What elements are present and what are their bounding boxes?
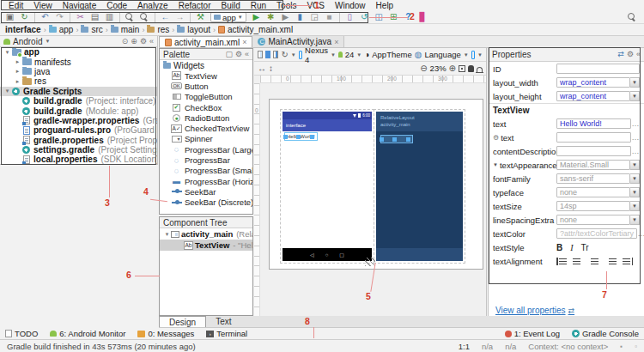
text-align-l-button[interactable] [573,258,584,265]
dropdown-button[interactable]: ▼ [630,77,640,88]
pan-icon[interactable] [468,65,474,72]
menu-analyze[interactable]: Analyze [132,1,173,11]
palette-item-ProgressBar-Large-[interactable]: ◌ProgressBar (Large) [160,144,252,155]
avd-manager-icon[interactable]: ▯ [343,12,356,23]
menu-navigate[interactable]: Navigate [58,1,101,11]
project-view-selector[interactable]: Android [13,37,42,46]
palette-item-SeekBar-Discrete-[interactable]: SeekBar (Discrete) [160,197,252,208]
menu-help[interactable]: Help [371,1,399,11]
resize-width-icon[interactable]: ↔ [258,64,266,73]
menu-tools[interactable]: Tools [271,1,301,11]
palette-item-Spinner[interactable]: ▾Spinner [160,134,252,144]
toolwindow-messages[interactable]: 0: Messages [137,329,194,338]
gear-icon[interactable]: ⚙ [627,51,634,58]
property-field-text[interactable]: Hello World! [556,118,631,129]
more-button[interactable]: … [631,119,640,128]
expander-icon[interactable]: ▼ [493,162,498,167]
menu-code[interactable]: Code [101,1,132,11]
dropdown-button[interactable]: ▼ [630,91,640,101]
forward-icon[interactable]: → [173,12,186,23]
breadcrumb-item-activity_main-xml[interactable]: activity_main.xml [218,25,293,34]
editor-tab-activity_main-xml[interactable]: activity_main.xml× [159,36,252,47]
resize-handle[interactable] [365,258,375,266]
hide-panel-icon[interactable]: « [245,51,249,58]
text-style-i-button[interactable]: I [570,243,573,252]
tree-row-local-properties[interactable]: local.properties(SDK Location) [0,155,157,164]
property-field-textColor[interactable]: ?attr/textColorTertiary [556,228,637,239]
text-align-c-button[interactable] [589,258,600,265]
menu-edit[interactable]: Edit [3,1,28,11]
tree-row-settings-gradle[interactable]: settings.gradle(Project Settings) [0,145,157,155]
menu-view[interactable]: View [28,1,58,11]
menu-build[interactable]: Build [216,1,245,11]
property-field-contentDescription[interactable] [556,146,631,156]
palette-item-CheckBox[interactable]: ✔CheckBox [160,102,252,112]
tab-design[interactable]: Design [159,316,206,327]
blueprint-preview[interactable]: RelativeLayout activity_main [376,112,463,261]
tree-row-proguard-rules-pro[interactable]: proguard-rules.pro(ProGuard Rules for ap… [0,125,157,135]
menu-run[interactable]: Run [246,1,271,11]
palette-item-ProgressBar[interactable]: ◌ProgressBar [160,155,252,165]
caret-position[interactable]: 1:1 [459,342,470,351]
component-tree-row-activity_main[interactable]: ▾activity_main(RelativeLa [160,228,252,240]
toolwindow-eventlog[interactable]: 1: Event Log [505,329,560,338]
more-button[interactable]: … [631,133,640,142]
toolwindow-todo[interactable]: TODO [5,329,38,338]
target-device-icon[interactable] [471,51,475,59]
breadcrumb-item-src[interactable]: src [81,25,102,34]
locate-icon[interactable]: ⊕ [131,38,137,46]
blueprint-textview[interactable] [380,135,413,143]
menu-vcs[interactable]: VCS [301,1,330,11]
text-align-r-button[interactable] [605,258,617,265]
property-field-textAppearance[interactable]: Material.Small [556,160,630,170]
dropdown-button[interactable]: ▼ [630,187,640,197]
palette-item-ProgressBar-Horizontal-[interactable]: ▬ProgressBar (Horizontal) [160,176,252,186]
attach-debugger-icon[interactable]: ◲ [308,12,321,23]
tree-row-manifests[interactable]: ▸manifests [0,57,157,66]
tree-row-gradle-properties[interactable]: gradle.properties(Project Properties) [0,136,157,145]
settings-icon[interactable]: ⊙ [122,38,129,46]
component-tree-row-TextView[interactable]: AbTextView- "Hello Wo [160,240,252,251]
sync-icon[interactable]: ↻ [18,12,31,23]
more-button[interactable]: … [631,147,640,155]
zoom-fit-icon[interactable] [459,65,465,72]
device-selector[interactable]: Nexus 4 [305,48,328,64]
property-field-textSize[interactable]: 14sp [556,201,630,211]
text-style-b-button[interactable]: B [556,243,562,252]
tree-arrow-icon[interactable]: ▾ [3,88,11,94]
tree-arrow-icon[interactable]: ▸ [14,58,21,65]
help-icon[interactable]: ? [402,12,415,23]
project-structure-icon[interactable]: ⊞ [387,12,400,23]
language-selector[interactable]: Language [424,50,460,59]
breadcrumb-item-res[interactable]: res [147,25,169,34]
save-icon[interactable]: ▣ [3,12,16,23]
property-field-typeface[interactable]: none [556,187,630,197]
text-align-e-button[interactable] [622,258,633,265]
breadcrumb-item-app[interactable]: app [49,25,74,34]
search-everywhere-icon[interactable] [628,13,637,22]
theme-selector[interactable]: AppTheme [372,50,411,59]
write-lock-icon[interactable]: ▪ [620,343,623,350]
debug-icon[interactable]: ✱ [264,12,277,23]
gear-icon[interactable]: ⚙ [235,51,242,58]
tab-text[interactable]: Text [206,316,240,327]
profile-icon[interactable]: ▮ [294,12,307,23]
palette-item-ToggleButton[interactable]: ToggleButton [160,92,252,102]
tree-arrow-icon[interactable]: ▾ [163,231,171,238]
stop-icon[interactable]: ■ [323,12,336,23]
replace-icon[interactable] [138,12,151,23]
palette-item-SeekBar[interactable]: SeekBar [160,186,252,197]
run-coverage-icon[interactable]: ▶ [279,12,292,23]
view-all-properties-link[interactable]: View all properties ⇄ [495,306,574,315]
hide-panel-icon[interactable]: « [149,38,154,46]
palette-item-ProgressBar-Small-[interactable]: ◌ProgressBar (Small) [160,166,252,176]
undo-icon[interactable]: ↶ [39,12,52,23]
hello-world-textview[interactable]: Hello World! [285,133,317,140]
palette-group[interactable]: Widgets [160,60,252,70]
breadcrumb-item-interface[interactable]: interface [5,25,41,34]
palette-item-RadioButton[interactable]: ●RadioButton [160,112,252,123]
tree-row-build-gradle[interactable]: build.gradle(Project: interface) [0,96,157,106]
dropdown-button[interactable]: ▼ [630,201,640,211]
api-selector[interactable]: 24 [345,50,355,59]
palette-item-Button[interactable]: OKButton [160,81,252,91]
